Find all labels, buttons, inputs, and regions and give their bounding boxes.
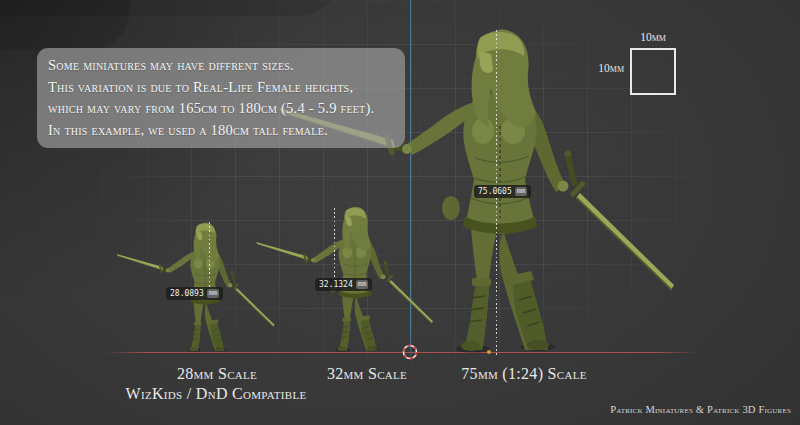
measurement-unit: mm bbox=[207, 289, 219, 298]
measurement-value: 28.0893 bbox=[170, 287, 204, 300]
info-line: Some miniatures may have diffrent sizes. bbox=[48, 55, 394, 77]
caption-28mm-scale: 28mm Scale bbox=[177, 365, 257, 383]
3d-cursor-icon bbox=[399, 341, 421, 363]
caption-28mm-compat: WizKids / DnD Compatible bbox=[126, 385, 307, 403]
object-origin-dot bbox=[487, 350, 491, 354]
corner-shade bbox=[0, 0, 340, 16]
footer-credit: Patrick Miniatures & Patrick 3D Figures bbox=[610, 404, 791, 415]
measurement-value: 32.1324 bbox=[319, 278, 353, 291]
measurement-label-75mm: 75.0605 mm bbox=[474, 185, 531, 198]
measure-line-32mm bbox=[334, 208, 335, 279]
reference-square-top-label: 10mm bbox=[630, 31, 676, 43]
measurement-label-32mm: 32.1324 mm bbox=[315, 278, 372, 291]
3d-viewport[interactable]: Some miniatures may have diffrent sizes.… bbox=[0, 0, 800, 425]
measurement-value: 75.0605 bbox=[478, 185, 512, 198]
measurement-unit: mm bbox=[515, 187, 527, 196]
info-line: which may vary from 165cm to 180cm (5.4 … bbox=[48, 98, 394, 120]
caption-32mm-scale: 32mm Scale bbox=[327, 365, 407, 383]
info-line: This variation is due to Real-Life Femal… bbox=[48, 77, 394, 99]
reference-square-10mm bbox=[630, 48, 676, 95]
measurement-unit: mm bbox=[356, 280, 368, 289]
reference-square-side-label: 10mm bbox=[582, 62, 624, 74]
measurement-label-28mm: 28.0893 mm bbox=[166, 287, 223, 300]
caption-75mm-scale: 75mm (1:24) Scale bbox=[461, 365, 586, 383]
info-line: In this example, we used a 180cm tall fe… bbox=[48, 120, 394, 142]
measure-line-28mm bbox=[209, 222, 210, 288]
info-box: Some miniatures may have diffrent sizes.… bbox=[37, 48, 405, 148]
